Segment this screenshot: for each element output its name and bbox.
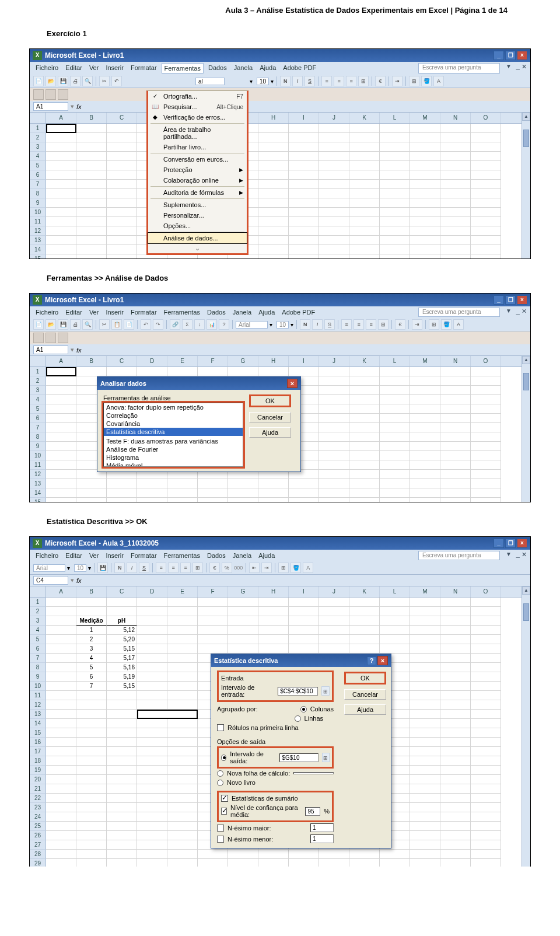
cell[interactable]	[289, 236, 319, 245]
cell[interactable]	[289, 644, 319, 654]
row-header[interactable]: 26	[30, 831, 46, 840]
cell[interactable]	[289, 616, 319, 626]
cell[interactable]	[380, 198, 410, 208]
row-header[interactable]: 19	[30, 766, 46, 775]
align-right-icon[interactable]: ≡	[346, 76, 356, 86]
cell[interactable]	[258, 170, 289, 180]
cell[interactable]	[107, 831, 137, 840]
save-icon[interactable]: 💾	[97, 563, 108, 573]
cell[interactable]	[46, 245, 76, 254]
cell[interactable]	[258, 236, 289, 245]
cell[interactable]	[167, 850, 198, 859]
cell[interactable]	[380, 850, 410, 859]
cell[interactable]	[258, 245, 289, 254]
cell[interactable]	[440, 738, 471, 747]
new-sheet-field[interactable]	[293, 772, 334, 774]
confidence-checkbox[interactable]	[221, 808, 227, 815]
cell[interactable]	[380, 488, 410, 498]
preview-icon[interactable]: 🔍	[82, 76, 93, 86]
paste-icon[interactable]: 📄	[124, 319, 134, 330]
bold-icon[interactable]: N	[300, 319, 310, 330]
cell[interactable]	[319, 198, 349, 208]
cell[interactable]	[471, 367, 501, 376]
cell[interactable]	[107, 189, 137, 198]
row-header[interactable]: 8	[30, 189, 46, 198]
cell[interactable]	[107, 794, 137, 803]
row-header[interactable]: 4	[30, 626, 46, 635]
pdf-icon[interactable]	[58, 89, 68, 100]
cell[interactable]	[471, 831, 501, 840]
cell[interactable]	[107, 859, 137, 867]
row-header[interactable]: 10	[30, 208, 46, 217]
cell[interactable]	[46, 756, 76, 766]
row-header[interactable]: 3	[30, 386, 46, 395]
cell[interactable]	[349, 598, 380, 607]
cell[interactable]	[380, 152, 410, 161]
new-sheet-label[interactable]: Nova folha de cálculo:	[227, 770, 290, 777]
cancel-button[interactable]: Cancelar	[344, 689, 386, 700]
cell[interactable]	[107, 850, 137, 859]
cell[interactable]	[46, 682, 76, 691]
currency-icon[interactable]: €	[209, 563, 220, 573]
rows-option[interactable]: Linhas	[304, 715, 323, 722]
row-header[interactable]: 3	[30, 616, 46, 626]
cell[interactable]	[471, 756, 501, 766]
cell[interactable]	[349, 133, 380, 142]
cell[interactable]	[440, 414, 471, 423]
cell[interactable]	[46, 831, 76, 840]
cell[interactable]	[289, 198, 319, 208]
cell[interactable]	[471, 626, 501, 635]
col-header[interactable]: O	[471, 113, 501, 123]
cell[interactable]	[167, 254, 198, 259]
cell[interactable]	[76, 488, 107, 498]
cell[interactable]	[349, 859, 380, 867]
menu-item[interactable]: Editar	[63, 551, 85, 560]
cell[interactable]	[380, 133, 410, 142]
row-header[interactable]: 2	[30, 133, 46, 142]
cell[interactable]	[46, 803, 76, 812]
cell[interactable]	[137, 794, 167, 803]
cell[interactable]	[319, 180, 349, 189]
cell[interactable]	[349, 850, 380, 859]
ok-button[interactable]: OK	[249, 394, 291, 407]
cell[interactable]	[410, 710, 440, 719]
cell[interactable]	[198, 479, 228, 488]
cell[interactable]	[380, 189, 410, 198]
output-range-label[interactable]: Intervalo de saída:	[230, 750, 272, 764]
cell[interactable]	[76, 142, 107, 152]
row-header[interactable]: 13	[30, 479, 46, 488]
cell[interactable]	[137, 719, 167, 728]
cell[interactable]	[410, 859, 440, 867]
cell[interactable]	[440, 170, 471, 180]
dropdown-item[interactable]: Conversão em euros...	[148, 154, 247, 165]
cell[interactable]	[107, 124, 137, 133]
row-header[interactable]: 1	[30, 598, 46, 607]
cell[interactable]	[471, 794, 501, 803]
cell[interactable]	[440, 850, 471, 859]
cell[interactable]	[76, 719, 107, 728]
cell[interactable]	[76, 766, 107, 775]
range-picker-icon[interactable]: ⊞	[322, 753, 330, 762]
pdf-icon[interactable]	[33, 89, 44, 100]
cell[interactable]	[471, 460, 501, 470]
cell[interactable]	[471, 236, 501, 245]
pdf-icon[interactable]	[46, 333, 56, 343]
cell[interactable]	[107, 133, 137, 142]
cell[interactable]	[76, 161, 107, 170]
cell[interactable]	[410, 598, 440, 607]
row-area[interactable]: 123456789101112131415	[30, 124, 530, 259]
italic-icon[interactable]: I	[127, 563, 137, 573]
cell[interactable]	[410, 198, 440, 208]
cell[interactable]	[410, 775, 440, 784]
cell[interactable]	[289, 488, 319, 498]
cell[interactable]	[410, 432, 440, 442]
cell[interactable]	[319, 208, 349, 217]
dropdown-item[interactable]: Colaboração online▶	[148, 175, 247, 186]
cell[interactable]	[107, 598, 137, 607]
help-button[interactable]: Ajuda	[344, 704, 386, 715]
row-header[interactable]: 8	[30, 432, 46, 442]
dropdown-item[interactable]: Personalizar...	[148, 210, 247, 221]
cell[interactable]	[167, 682, 198, 691]
italic-icon[interactable]: I	[312, 319, 323, 330]
cell[interactable]	[198, 850, 228, 859]
